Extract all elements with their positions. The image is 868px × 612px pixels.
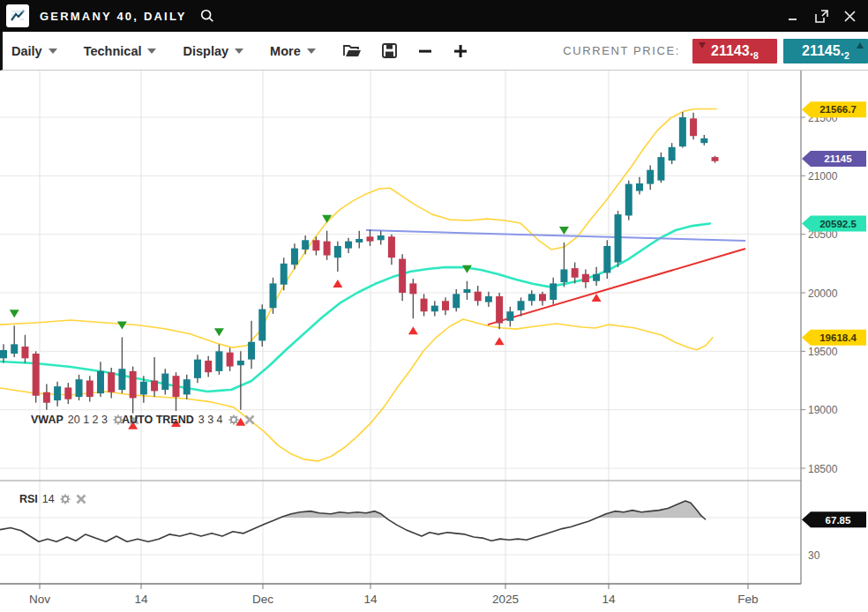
price-axis-label: 19000 [808, 404, 838, 416]
candlestick-chart-canvas[interactable]: 2150021000205002000019500190001850030Nov… [0, 71, 868, 612]
gear-icon[interactable] [228, 414, 240, 426]
candle-body [173, 376, 180, 397]
candle-body [636, 183, 643, 191]
candle-body [345, 242, 352, 249]
resistance-trendline[interactable] [366, 230, 745, 241]
app-window: GERMANY 40, DAILY [0, 0, 868, 612]
auto-trend-params: 3 3 4 [198, 414, 223, 426]
zoom-out-icon[interactable] [417, 43, 433, 59]
vwap-line [0, 223, 710, 392]
axis-price-badge-label: 20592.5 [819, 219, 857, 229]
rsi-overbought-fill [597, 501, 703, 518]
popout-icon[interactable] [812, 6, 831, 26]
price-axis-label: 19500 [808, 346, 838, 358]
candle-body [0, 350, 7, 358]
date-axis-label: 14 [134, 593, 148, 606]
zoom-in-icon[interactable] [453, 43, 468, 59]
candle-body [690, 118, 697, 136]
candle-body [183, 379, 191, 394]
candle-body [118, 369, 125, 390]
ask-price-value: 21145. [802, 43, 844, 59]
menu-more-label: More [270, 44, 301, 58]
candle-body [657, 157, 664, 181]
price-axis-label: 21000 [808, 170, 838, 183]
candle-body [161, 374, 168, 391]
buy-signal-triangle-icon [592, 294, 602, 302]
toolbar: Daily Technical Display More [0, 32, 868, 71]
candle-body [205, 361, 212, 372]
candle-body [324, 242, 331, 256]
candle-body [11, 344, 18, 354]
rsi-line [0, 501, 706, 541]
menu-timeframe[interactable]: Daily [11, 44, 57, 58]
chevron-down-icon [235, 49, 243, 54]
axis-price-badge-label: 21566.7 [819, 104, 857, 115]
close-icon[interactable] [244, 414, 255, 425]
candle-body [421, 299, 428, 312]
candle-body [194, 360, 201, 378]
candle-body [378, 235, 385, 240]
candle-body [388, 236, 395, 257]
window-controls [783, 6, 868, 26]
rsi-axis-label: 30 [808, 549, 820, 562]
candle-body [248, 342, 255, 360]
rsi-indicator-label: RSI 14 [19, 493, 86, 505]
candle-body [582, 274, 589, 282]
candle-body [603, 246, 610, 273]
date-axis-label: Nov [29, 593, 50, 606]
menu-technical[interactable]: Technical [84, 44, 157, 58]
candle-body [442, 301, 449, 310]
bid-price-badge: 21143.8 [692, 39, 777, 63]
save-icon[interactable] [381, 42, 398, 59]
rsi-params: 14 [42, 493, 55, 505]
candle-body [572, 268, 579, 278]
price-up-arrow-icon [857, 42, 864, 49]
candle-body [496, 296, 503, 324]
candle-body [54, 386, 61, 400]
bid-price-value: 21143. [711, 43, 753, 59]
gear-icon[interactable] [59, 493, 71, 505]
candle-body [700, 138, 707, 143]
rsi-name: RSI [19, 493, 38, 505]
sell-signal-triangle-icon [117, 321, 127, 329]
close-icon[interactable] [76, 494, 86, 504]
date-axis-label: Dec [252, 593, 273, 606]
candle-body [679, 117, 686, 146]
candle-body [475, 292, 482, 302]
candle-body [463, 289, 470, 293]
sell-signal-triangle-icon [10, 310, 19, 317]
candle-body [43, 392, 50, 403]
candle-body [76, 379, 83, 397]
candle-body [615, 214, 622, 262]
menu-timeframe-label: Daily [11, 44, 42, 58]
axis-price-badge-label: 67.85 [826, 515, 851, 526]
minimize-icon[interactable] [783, 6, 803, 26]
candle-body [366, 236, 373, 241]
candle-body [237, 361, 244, 365]
candle-body [550, 283, 557, 300]
chevron-down-icon [49, 49, 57, 54]
candle-body [64, 387, 71, 399]
menu-more[interactable]: More [270, 44, 316, 58]
app-logo-icon [6, 4, 29, 27]
chart-area[interactable]: 2150021000205002000019500190001850030Nov… [0, 71, 868, 612]
candle-body [453, 294, 460, 308]
folder-open-icon[interactable] [342, 42, 362, 59]
search-icon[interactable] [199, 8, 215, 24]
date-axis-label: 2025 [492, 593, 519, 606]
candle-body [258, 310, 266, 341]
candle-body [593, 274, 600, 281]
candle-body [151, 381, 158, 392]
buy-signal-triangle-icon [333, 280, 342, 287]
candle-body [334, 246, 341, 257]
candle-body [21, 347, 28, 358]
candle-body [518, 301, 525, 310]
candle-body [528, 294, 535, 301]
candle-body [281, 264, 288, 285]
candle-body [215, 351, 222, 371]
price-down-arrow-icon [699, 42, 706, 49]
sell-signal-triangle-icon [559, 227, 569, 235]
menu-display[interactable]: Display [183, 44, 243, 58]
close-icon[interactable] [840, 6, 859, 26]
candle-body [108, 372, 115, 392]
